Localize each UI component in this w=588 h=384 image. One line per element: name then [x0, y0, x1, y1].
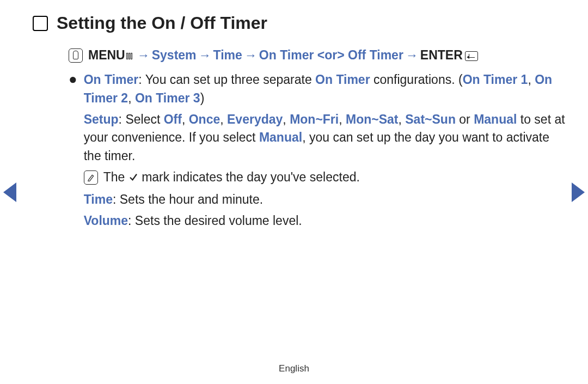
- page-title: Setting the On / Off Timer: [57, 13, 267, 33]
- bc-time: Time: [213, 46, 242, 64]
- hand-icon: [69, 48, 83, 63]
- enter-label: ENTER: [420, 46, 478, 64]
- content: MENU → System → Time → On Timer <or> Off…: [33, 46, 566, 233]
- menu-icon: [126, 46, 135, 64]
- title-row: Setting the On / Off Timer: [33, 13, 566, 33]
- setup-description: Setup: Select Off, Once, Everyday, Mon~F…: [84, 111, 566, 165]
- note-icon: [84, 170, 98, 185]
- arrow-1: →: [137, 46, 150, 64]
- arrow-3: →: [244, 46, 257, 64]
- item-body: On Timer: You can set up three separate …: [84, 71, 566, 233]
- footer-language: English: [0, 363, 588, 374]
- enter-icon: [465, 51, 478, 61]
- time-description: Time: Sets the hour and minute.: [84, 191, 566, 209]
- menu-label: MENU: [88, 46, 135, 64]
- bullet-item: ● On Timer: You can set up three separat…: [69, 71, 566, 233]
- note-text: The mark indicates the day you've select…: [103, 168, 360, 187]
- nav-path: MENU → System → Time → On Timer <or> Off…: [69, 46, 566, 64]
- bullet-icon: ●: [69, 71, 77, 233]
- bc-onoff: On Timer <or> Off Timer: [259, 46, 403, 64]
- on-timer-description: On Timer: You can set up three separate …: [84, 71, 566, 107]
- check-icon: [128, 169, 138, 187]
- arrow-2: →: [199, 46, 211, 64]
- prev-page-button[interactable]: [3, 182, 16, 202]
- arrow-4: →: [406, 46, 418, 64]
- next-page-button[interactable]: [572, 182, 585, 202]
- bc-system: System: [152, 46, 197, 64]
- section-icon: [33, 16, 48, 31]
- volume-description: Volume: Sets the desired volume level.: [84, 212, 566, 230]
- note-row: The mark indicates the day you've select…: [84, 168, 566, 187]
